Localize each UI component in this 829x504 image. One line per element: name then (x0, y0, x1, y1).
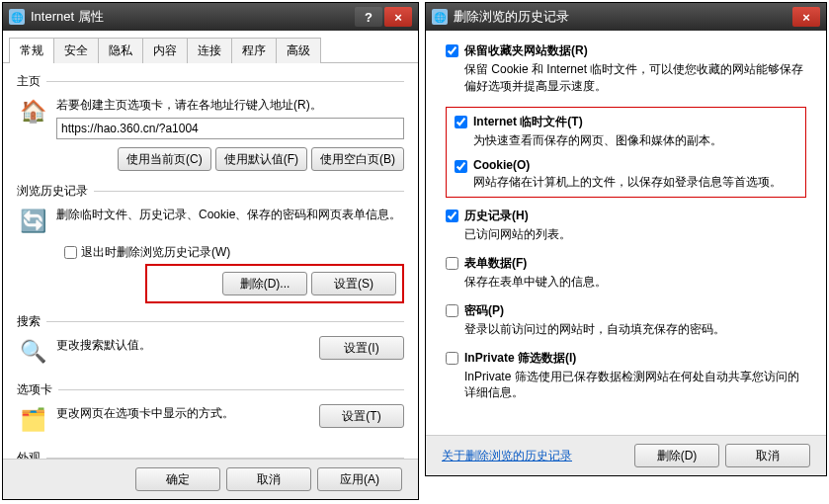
use-blank-button[interactable]: 使用空白页(B) (311, 147, 404, 171)
globe-icon: 🌐 (432, 9, 448, 25)
history-section: 浏览历史记录 🔄 删除临时文件、历史记录、Cookie、保存的密码和网页表单信息… (17, 183, 404, 303)
tab-connections[interactable]: 连接 (187, 38, 232, 63)
tabs-section: 选项卡 🗂️ 更改网页在选项卡中显示的方式。 设置(T) (17, 381, 404, 440)
history-item: 历史记录(H) 已访问网站的列表。 (446, 208, 806, 243)
history-desc: 删除临时文件、历史记录、Cookie、保存的密码和网页表单信息。 (56, 206, 404, 223)
inprivate-desc: InPrivate 筛选使用已保存数据检测网站在何处自动共享您访问的详细信息。 (464, 369, 806, 402)
inprivate-label: InPrivate 筛选数据(I) (464, 350, 806, 367)
tab-content[interactable]: 内容 (142, 38, 188, 63)
homepage-url-input[interactable] (56, 118, 404, 139)
homepage-section: 主页 🏠 若要创建主页选项卡，请在各地址行键入地址(R)。 使用当前页(C) 使… (17, 73, 404, 173)
temp-files-desc: 为快速查看而保存的网页、图像和媒体的副本。 (473, 132, 722, 149)
form-data-item: 表单数据(F) 保存在表单中键入的信息。 (446, 255, 806, 291)
cookie-desc: 网站存储在计算机上的文件，以保存如登录信息等首选项。 (473, 174, 782, 191)
form-data-label: 表单数据(F) (464, 255, 607, 272)
appearance-section: 外观 颜色(O) 语言(L) 字体(N) 辅助功能(E) (17, 450, 404, 459)
tab-security[interactable]: 安全 (53, 38, 99, 63)
dialog-content: 保留收藏夹网站数据(R) 保留 Cookie 和 Internet 临时文件，可… (426, 31, 826, 435)
delete-history-window: 🌐 删除浏览的历史记录 × 保留收藏夹网站数据(R) 保留 Cookie 和 I… (425, 2, 827, 476)
search-icon: 🔍 (17, 336, 48, 368)
delete-history-button[interactable]: 删除(D)... (222, 272, 307, 295)
tab-content-area: 主页 🏠 若要创建主页选项卡，请在各地址行键入地址(R)。 使用当前页(C) 使… (3, 63, 418, 459)
help-button[interactable]: ? (355, 7, 382, 27)
password-label: 密码(P) (464, 302, 725, 319)
password-item: 密码(P) 登录以前访问过的网站时，自动填充保存的密码。 (446, 302, 806, 338)
tabs-title: 选项卡 (17, 381, 52, 398)
search-title: 搜索 (17, 313, 41, 330)
tab-advanced[interactable]: 高级 (276, 38, 321, 63)
highlighted-group: Internet 临时文件(T) 为快速查看而保存的网页、图像和媒体的副本。 C… (446, 107, 806, 199)
password-desc: 登录以前访问过的网站时，自动填充保存的密码。 (464, 321, 725, 338)
dialog-footer: 确定 取消 应用(A) (3, 459, 418, 499)
history-checkbox[interactable] (446, 210, 458, 222)
preserve-favorites-item: 保留收藏夹网站数据(R) 保留 Cookie 和 Internet 临时文件，可… (446, 42, 806, 95)
ok-button[interactable]: 确定 (135, 467, 220, 491)
dialog-footer: 关于删除浏览的历史记录 删除(D) 取消 (426, 435, 826, 475)
temp-files-label: Internet 临时文件(T) (473, 114, 722, 130)
cookie-item: Cookie(O) 网站存储在计算机上的文件，以保存如登录信息等首选项。 (455, 158, 797, 191)
delete-on-exit-checkbox[interactable] (64, 246, 77, 259)
form-data-checkbox[interactable] (446, 257, 458, 270)
tab-programs[interactable]: 程序 (231, 38, 277, 63)
inprivate-item: InPrivate 筛选数据(I) InPrivate 筛选使用已保存数据检测网… (446, 350, 806, 402)
history-icon: 🔄 (17, 206, 48, 237)
titlebar[interactable]: 🌐 删除浏览的历史记录 × (426, 3, 826, 31)
cookie-checkbox[interactable] (455, 160, 467, 173)
preserve-favorites-desc: 保留 Cookie 和 Internet 临时文件，可以使您收藏的网站能够保存偏… (464, 61, 806, 95)
form-data-desc: 保存在表单中键入的信息。 (464, 274, 607, 291)
globe-icon: 🌐 (9, 9, 25, 25)
window-title: 删除浏览的历史记录 (454, 8, 569, 26)
cancel-button[interactable]: 取消 (725, 444, 810, 467)
tabs-settings-button[interactable]: 设置(T) (319, 404, 404, 428)
history-desc: 已访问网站的列表。 (464, 226, 571, 243)
apply-button[interactable]: 应用(A) (317, 467, 402, 491)
tabs-icon: 🗂️ (17, 404, 48, 436)
use-current-button[interactable]: 使用当前页(C) (118, 147, 211, 171)
search-desc: 更改搜索默认值。 (56, 336, 313, 354)
search-settings-button[interactable]: 设置(I) (319, 336, 404, 360)
search-section: 搜索 🔍 更改搜索默认值。 设置(I) (17, 313, 404, 372)
tab-general[interactable]: 常规 (9, 38, 54, 63)
homepage-desc: 若要创建主页选项卡，请在各地址行键入地址(R)。 (56, 98, 322, 112)
history-settings-button[interactable]: 设置(S) (311, 272, 396, 295)
preserve-favorites-label: 保留收藏夹网站数据(R) (464, 42, 806, 59)
tab-strip: 常规 安全 隐私 内容 连接 程序 高级 (3, 31, 418, 63)
home-icon: 🏠 (17, 96, 48, 127)
temp-files-checkbox[interactable] (455, 116, 467, 128)
internet-properties-window: 🌐 Internet 属性 ? × 常规 安全 隐私 内容 连接 程序 高级 主… (2, 2, 419, 500)
inprivate-checkbox[interactable] (446, 352, 458, 365)
window-title: Internet 属性 (31, 8, 104, 26)
history-label: 历史记录(H) (464, 208, 571, 224)
history-title: 浏览历史记录 (17, 183, 88, 200)
homepage-title: 主页 (17, 73, 41, 90)
cookie-label: Cookie(O) (473, 158, 782, 172)
tab-privacy[interactable]: 隐私 (98, 38, 143, 63)
password-checkbox[interactable] (446, 304, 458, 317)
close-button[interactable]: × (384, 7, 412, 27)
use-default-button[interactable]: 使用默认值(F) (215, 147, 307, 171)
appearance-title: 外观 (17, 450, 41, 459)
temp-files-item: Internet 临时文件(T) 为快速查看而保存的网页、图像和媒体的副本。 (455, 114, 797, 149)
about-link[interactable]: 关于删除浏览的历史记录 (442, 448, 572, 464)
close-button[interactable]: × (792, 7, 820, 27)
cancel-button[interactable]: 取消 (226, 467, 311, 491)
delete-on-exit-label: 退出时删除浏览历史记录(W) (81, 244, 230, 261)
tabs-desc: 更改网页在选项卡中显示的方式。 (56, 404, 313, 422)
delete-button[interactable]: 删除(D) (634, 444, 719, 467)
titlebar[interactable]: 🌐 Internet 属性 ? × (3, 3, 418, 31)
preserve-favorites-checkbox[interactable] (446, 44, 458, 57)
